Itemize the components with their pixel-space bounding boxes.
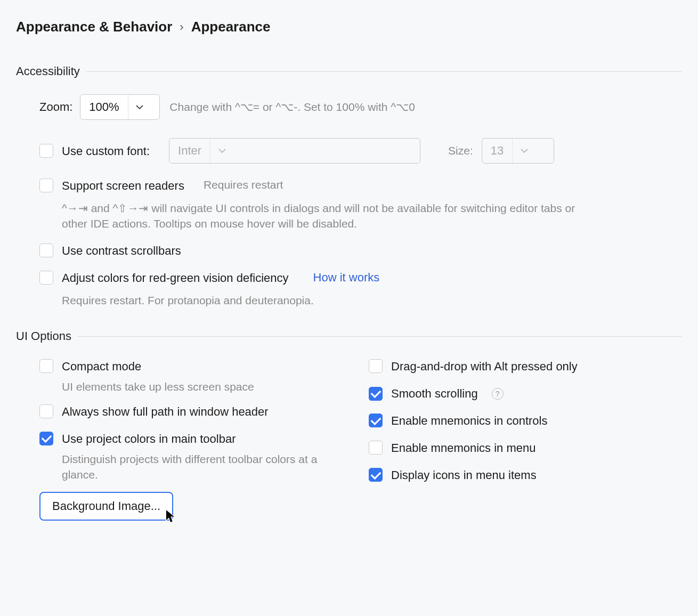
chevron-down-icon[interactable]	[128, 95, 151, 119]
section-title: Accessibility	[16, 64, 80, 78]
font-size-combo[interactable]: 13	[482, 138, 554, 164]
mnemonics-menu-label: Enable mnemonics in menu	[391, 441, 535, 455]
zoom-label: Zoom:	[39, 100, 72, 114]
checkbox-contrast-scrollbars[interactable]	[39, 244, 53, 257]
full-path-label: Always show full path in window header	[62, 404, 269, 419]
checkbox-smooth-scrolling[interactable]	[369, 387, 383, 401]
checkbox-dnd-alt[interactable]	[369, 359, 383, 373]
display-icons-label: Display icons in menu items	[391, 468, 537, 482]
font-size-value: 13	[482, 139, 512, 163]
project-colors-label: Use project colors in main toolbar	[62, 432, 236, 446]
screen-readers-desc: ^→⇥ and ^⇧→⇥ will navigate UI controls i…	[62, 200, 584, 232]
screen-readers-label: Support screen readers	[62, 179, 184, 193]
section-ui-options: UI Options	[16, 329, 682, 343]
checkbox-use-custom-font[interactable]	[39, 144, 53, 158]
custom-font-label: Use custom font:	[62, 144, 150, 158]
help-icon[interactable]: ?	[492, 388, 504, 400]
checkbox-mnemonics-controls[interactable]	[369, 414, 383, 427]
font-size-label: Size:	[448, 144, 473, 157]
checkbox-screen-readers[interactable]	[39, 179, 53, 192]
chevron-down-icon[interactable]	[210, 139, 233, 163]
section-title: UI Options	[16, 329, 71, 343]
checkbox-display-icons[interactable]	[369, 468, 383, 482]
color-adjust-label: Adjust colors for red-green vision defic…	[62, 271, 289, 285]
chevron-down-icon[interactable]	[512, 139, 535, 163]
zoom-value: 100%	[80, 95, 127, 119]
dnd-alt-label: Drag-and-drop with Alt pressed only	[391, 359, 578, 374]
compact-mode-label: Compact mode	[62, 359, 141, 374]
how-it-works-link[interactable]: How it works	[313, 271, 380, 285]
section-accessibility: Accessibility	[16, 64, 682, 78]
zoom-hint: Change with ^⌥= or ^⌥-. Set to 100% with…	[169, 101, 415, 114]
checkbox-project-colors[interactable]	[39, 432, 53, 445]
zoom-combo[interactable]: 100%	[80, 94, 160, 120]
project-colors-desc: Distinguish projects with different tool…	[62, 451, 318, 483]
checkbox-compact-mode[interactable]	[39, 359, 53, 373]
mnemonics-controls-label: Enable mnemonics in controls	[391, 414, 547, 428]
chevron-right-icon: ›	[180, 20, 183, 34]
smooth-scrolling-label: Smooth scrolling	[391, 386, 478, 401]
breadcrumb-parent[interactable]: Appearance & Behavior	[16, 19, 172, 35]
font-family-value: Inter	[169, 139, 210, 163]
checkbox-full-path[interactable]	[39, 404, 53, 418]
divider	[86, 71, 682, 72]
breadcrumb: Appearance & Behavior › Appearance	[16, 19, 682, 35]
background-image-button[interactable]: Background Image...	[39, 492, 173, 521]
divider	[78, 336, 682, 337]
compact-mode-desc: UI elements take up less screen space	[62, 379, 353, 394]
checkbox-color-adjust[interactable]	[39, 271, 53, 285]
color-adjust-desc: Requires restart. For protanopia and deu…	[62, 293, 584, 308]
font-family-combo[interactable]: Inter	[169, 138, 420, 164]
checkbox-mnemonics-menu[interactable]	[369, 441, 383, 455]
contrast-scrollbars-label: Use contrast scrollbars	[62, 244, 181, 258]
breadcrumb-current: Appearance	[191, 19, 271, 35]
requires-restart-badge: Requires restart	[204, 179, 283, 191]
